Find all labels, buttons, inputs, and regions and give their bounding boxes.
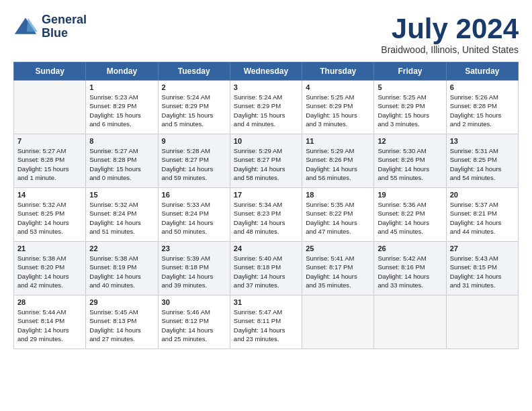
calendar-cell: 10Sunrise: 5:29 AMSunset: 8:27 PMDayligh… — [230, 134, 302, 188]
calendar-cell: 11Sunrise: 5:29 AMSunset: 8:26 PMDayligh… — [302, 134, 374, 188]
day-number: 7 — [17, 137, 82, 145]
day-number: 6 — [450, 83, 515, 91]
day-info: Sunset: 8:27 PM — [162, 155, 226, 164]
calendar-cell: 22Sunrise: 5:38 AMSunset: 8:19 PMDayligh… — [86, 242, 158, 295]
calendar-cell: 13Sunrise: 5:31 AMSunset: 8:25 PMDayligh… — [446, 134, 518, 188]
calendar-body: 1Sunrise: 5:23 AMSunset: 8:29 PMDaylight… — [14, 81, 519, 349]
day-info: Daylight: 14 hours — [234, 326, 298, 334]
day-info: and 33 minutes. — [378, 281, 442, 289]
calendar-cell: 5Sunrise: 5:25 AMSunset: 8:29 PMDaylight… — [374, 81, 446, 134]
day-info: Daylight: 14 hours — [306, 165, 370, 173]
day-number: 15 — [89, 191, 154, 199]
day-info: Sunrise: 5:32 AM — [17, 200, 82, 209]
day-info: Daylight: 15 hours — [162, 111, 226, 120]
calendar-cell: 7Sunrise: 5:27 AMSunset: 8:28 PMDaylight… — [14, 134, 86, 188]
day-number: 1 — [89, 83, 154, 91]
page-header: General Blue July 2024 Braidwood, Illino… — [13, 13, 519, 55]
day-info: Sunrise: 5:46 AM — [162, 308, 226, 316]
calendar-cell: 28Sunrise: 5:44 AMSunset: 8:14 PMDayligh… — [14, 295, 86, 349]
day-info: and 51 minutes. — [89, 227, 154, 236]
month-title: July 2024 — [381, 13, 519, 44]
day-info: Sunset: 8:22 PM — [306, 209, 370, 218]
day-info: Sunrise: 5:28 AM — [162, 146, 226, 155]
calendar-header-thursday: Thursday — [302, 62, 374, 81]
day-number: 24 — [234, 244, 298, 253]
day-info: Sunrise: 5:24 AM — [162, 93, 226, 101]
day-info: and 37 minutes. — [234, 281, 298, 289]
day-info: and 58 minutes. — [234, 173, 298, 182]
calendar-cell: 31Sunrise: 5:47 AMSunset: 8:11 PMDayligh… — [230, 295, 302, 349]
day-info: Sunrise: 5:35 AM — [306, 200, 370, 209]
day-info: and 47 minutes. — [306, 227, 370, 236]
day-info: Sunrise: 5:24 AM — [234, 93, 298, 101]
day-number: 20 — [450, 191, 515, 199]
day-info: Daylight: 14 hours — [234, 272, 298, 281]
day-number: 19 — [378, 191, 442, 199]
day-info: Sunset: 8:26 PM — [378, 155, 442, 164]
day-info: and 25 minutes. — [162, 334, 226, 343]
day-info: and 2 minutes. — [450, 120, 515, 128]
day-info: Sunrise: 5:27 AM — [89, 146, 154, 155]
day-info: Sunset: 8:21 PM — [450, 209, 515, 218]
day-info: Sunrise: 5:31 AM — [450, 146, 515, 155]
day-info: and 54 minutes. — [450, 173, 515, 182]
day-info: Sunset: 8:24 PM — [162, 209, 226, 218]
day-info: Daylight: 14 hours — [234, 165, 298, 173]
day-info: Sunset: 8:19 PM — [89, 263, 154, 271]
calendar-cell: 19Sunrise: 5:36 AMSunset: 8:22 PMDayligh… — [374, 188, 446, 242]
location: Braidwood, Illinois, United States — [381, 44, 519, 55]
day-info: Sunrise: 5:41 AM — [306, 254, 370, 263]
calendar-header-monday: Monday — [86, 62, 158, 81]
day-info: and 40 minutes. — [89, 281, 154, 289]
calendar-cell: 12Sunrise: 5:30 AMSunset: 8:26 PMDayligh… — [374, 134, 446, 188]
day-info: Sunrise: 5:43 AM — [450, 254, 515, 263]
calendar-cell: 17Sunrise: 5:34 AMSunset: 8:23 PMDayligh… — [230, 188, 302, 242]
day-info: and 3 minutes. — [378, 120, 442, 128]
calendar-header-wednesday: Wednesday — [230, 62, 302, 81]
day-info: and 39 minutes. — [162, 281, 226, 289]
day-info: Daylight: 14 hours — [450, 165, 515, 173]
day-info: Daylight: 14 hours — [162, 272, 226, 281]
day-info: Sunrise: 5:29 AM — [234, 146, 298, 155]
day-number: 30 — [162, 298, 226, 306]
day-number: 26 — [378, 244, 442, 253]
day-info: Daylight: 15 hours — [450, 111, 515, 120]
day-info: Daylight: 14 hours — [162, 218, 226, 227]
day-number: 16 — [162, 191, 226, 199]
calendar-cell: 27Sunrise: 5:43 AMSunset: 8:15 PMDayligh… — [446, 242, 518, 295]
day-info: Sunset: 8:13 PM — [89, 316, 154, 325]
calendar-cell: 14Sunrise: 5:32 AMSunset: 8:25 PMDayligh… — [14, 188, 86, 242]
day-info: and 23 minutes. — [234, 334, 298, 343]
day-info: Daylight: 14 hours — [306, 272, 370, 281]
day-info: and 56 minutes. — [306, 173, 370, 182]
calendar-cell — [446, 295, 518, 349]
calendar-header-sunday: Sunday — [14, 62, 86, 81]
day-info: Sunset: 8:29 PM — [234, 101, 298, 110]
day-info: and 44 minutes. — [450, 227, 515, 236]
day-info: and 53 minutes. — [17, 227, 82, 236]
calendar-cell: 23Sunrise: 5:39 AMSunset: 8:18 PMDayligh… — [158, 242, 230, 295]
day-info: Daylight: 14 hours — [378, 165, 442, 173]
day-info: Daylight: 14 hours — [162, 165, 226, 173]
day-info: and 42 minutes. — [17, 281, 82, 289]
day-info: Sunset: 8:28 PM — [89, 155, 154, 164]
day-info: Sunset: 8:11 PM — [234, 316, 298, 325]
day-info: Sunrise: 5:26 AM — [450, 93, 515, 101]
day-info: and 35 minutes. — [306, 281, 370, 289]
day-info: Daylight: 15 hours — [306, 111, 370, 120]
day-info: Daylight: 14 hours — [17, 272, 82, 281]
calendar-header-saturday: Saturday — [446, 62, 518, 81]
calendar-cell: 9Sunrise: 5:28 AMSunset: 8:27 PMDaylight… — [158, 134, 230, 188]
day-info: Sunset: 8:12 PM — [162, 316, 226, 325]
day-info: and 45 minutes. — [378, 227, 442, 236]
day-number: 17 — [234, 191, 298, 199]
day-info: Sunrise: 5:45 AM — [89, 308, 154, 316]
calendar-cell — [14, 81, 86, 134]
calendar-week-2: 7Sunrise: 5:27 AMSunset: 8:28 PMDaylight… — [14, 134, 519, 188]
day-info: Sunset: 8:22 PM — [378, 209, 442, 218]
day-info: Sunset: 8:23 PM — [234, 209, 298, 218]
day-number: 13 — [450, 137, 515, 145]
day-info: Sunset: 8:25 PM — [450, 155, 515, 164]
day-info: Sunset: 8:17 PM — [306, 263, 370, 271]
day-info: Sunset: 8:20 PM — [17, 263, 82, 271]
